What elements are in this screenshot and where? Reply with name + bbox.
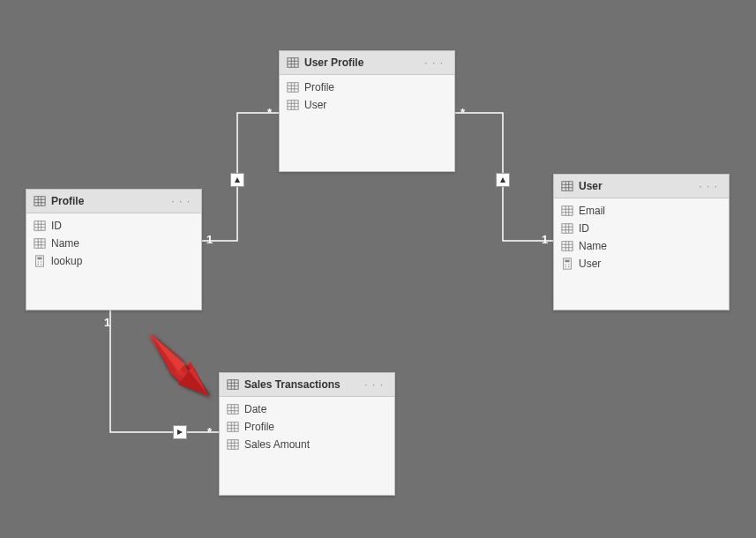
table-field-row[interactable]: Date	[220, 400, 394, 418]
svg-rect-27	[37, 258, 41, 260]
svg-point-31	[41, 264, 41, 265]
table-header[interactable]: Sales Transactions · · ·	[220, 373, 394, 397]
svg-rect-47	[562, 182, 573, 191]
svg-marker-2	[177, 430, 183, 435]
field-label: Sales Amount	[244, 438, 310, 451]
table-title: Profile	[51, 195, 162, 207]
field-label: Date	[244, 403, 266, 415]
table-field-row[interactable]: lookup	[26, 252, 201, 270]
table-title: User	[579, 180, 690, 192]
cardinality-label: 1	[542, 233, 548, 246]
svg-rect-83	[228, 422, 238, 432]
field-label: Name	[579, 240, 607, 252]
column-icon	[287, 81, 299, 93]
filter-direction-badge	[173, 425, 187, 439]
column-icon	[561, 222, 573, 235]
svg-rect-57	[562, 224, 573, 234]
column-icon	[287, 99, 299, 111]
column-icon	[34, 220, 46, 232]
table-title: User Profile	[304, 56, 415, 69]
column-icon	[34, 237, 46, 250]
field-label: Profile	[244, 421, 274, 433]
table-menu-button[interactable]: · · ·	[168, 195, 194, 207]
svg-point-71	[565, 266, 566, 267]
svg-rect-62	[562, 242, 573, 251]
table-card-sales[interactable]: Sales Transactions · · · Date Profile Sa…	[219, 372, 395, 496]
table-menu-button[interactable]: · · ·	[695, 180, 722, 192]
svg-rect-73	[228, 380, 238, 390]
table-title: Sales Transactions	[244, 378, 356, 391]
table-field-row[interactable]: Name	[554, 237, 729, 255]
svg-marker-6	[152, 334, 210, 397]
svg-rect-42	[288, 101, 298, 110]
table-body: Profile User	[280, 75, 454, 128]
svg-marker-10	[152, 335, 185, 371]
filter-direction-badge	[230, 173, 244, 187]
svg-rect-88	[228, 440, 238, 450]
table-field-row[interactable]: Profile	[280, 78, 454, 96]
table-icon	[287, 56, 299, 69]
table-icon	[34, 195, 46, 207]
table-body: Date Profile Sales Amount	[220, 397, 394, 457]
table-icon	[561, 180, 573, 192]
table-field-row[interactable]: ID	[26, 217, 201, 235]
annotation-arrow-icon	[139, 333, 228, 404]
svg-marker-4	[148, 333, 210, 395]
svg-rect-68	[565, 260, 569, 263]
field-label: User	[579, 258, 601, 270]
table-header[interactable]: User · · ·	[554, 175, 729, 198]
svg-marker-3	[153, 338, 208, 393]
svg-point-28	[38, 261, 39, 262]
svg-point-69	[565, 264, 566, 265]
column-icon	[227, 421, 239, 433]
table-card-profile[interactable]: Profile · · · ID Name lookup	[26, 189, 202, 310]
calculator-icon	[561, 258, 573, 270]
table-menu-button[interactable]: · · ·	[361, 378, 387, 391]
svg-marker-9	[178, 370, 208, 395]
field-label: ID	[51, 220, 62, 232]
cardinality-label: *	[267, 106, 272, 119]
table-field-row[interactable]: Sales Amount	[220, 436, 394, 453]
svg-rect-16	[34, 221, 45, 231]
cardinality-label: 1	[104, 316, 110, 329]
table-card-user[interactable]: User · · · Email ID Name User	[553, 174, 730, 310]
svg-point-70	[568, 264, 569, 265]
table-field-row[interactable]: User	[554, 255, 729, 273]
svg-rect-52	[562, 206, 573, 216]
table-header[interactable]: Profile · · ·	[26, 190, 201, 213]
svg-rect-78	[228, 405, 238, 415]
svg-marker-5	[152, 334, 189, 365]
table-field-row[interactable]: Email	[554, 202, 729, 220]
field-label: lookup	[51, 255, 82, 267]
cardinality-label: *	[207, 425, 212, 438]
column-icon	[561, 205, 573, 217]
field-label: User	[304, 99, 326, 111]
calculator-icon	[34, 255, 46, 267]
table-card-userprofile[interactable]: User Profile · · · Profile User	[279, 50, 455, 172]
annotation-arrow-icon	[139, 333, 228, 404]
field-label: Name	[51, 237, 79, 250]
column-icon	[227, 438, 239, 451]
field-label: Profile	[304, 81, 334, 93]
svg-marker-8	[152, 335, 208, 395]
column-icon	[227, 403, 239, 415]
table-body: ID Name lookup	[26, 213, 201, 273]
table-menu-button[interactable]: · · ·	[421, 56, 447, 69]
svg-point-72	[568, 266, 569, 267]
svg-rect-37	[288, 83, 298, 93]
svg-rect-11	[34, 197, 45, 206]
table-field-row[interactable]: ID	[554, 220, 729, 237]
table-field-row[interactable]: Profile	[220, 418, 394, 436]
column-icon	[561, 240, 573, 252]
table-header[interactable]: User Profile · · ·	[280, 51, 454, 75]
table-field-row[interactable]: User	[280, 96, 454, 114]
table-icon	[227, 378, 239, 391]
svg-point-29	[41, 261, 41, 262]
table-body: Email ID Name User	[554, 198, 729, 276]
cardinality-label: 1	[206, 233, 213, 246]
table-field-row[interactable]: Name	[26, 235, 201, 252]
field-label: ID	[579, 222, 589, 235]
svg-rect-21	[34, 239, 45, 249]
svg-marker-7	[183, 365, 210, 397]
filter-direction-badge	[496, 173, 510, 187]
